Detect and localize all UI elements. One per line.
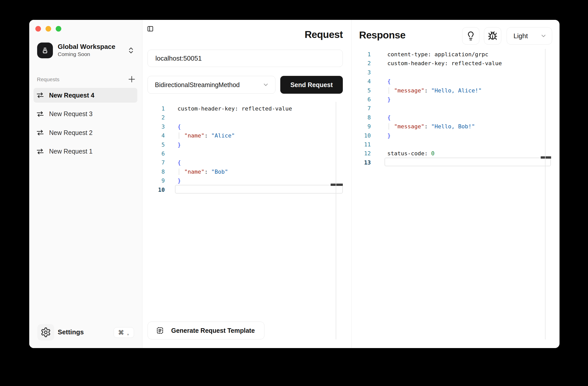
code-line[interactable]: 1custom-header-key: reflected-value xyxy=(148,104,343,113)
code-text: "name": "Alice" xyxy=(178,131,235,140)
send-request-button[interactable]: Send Request xyxy=(280,76,343,94)
hints-button[interactable] xyxy=(462,27,479,45)
request-item-label: New Request 4 xyxy=(49,92,94,99)
settings-shortcut-badge: ⌘ , xyxy=(114,327,134,338)
debug-button[interactable] xyxy=(484,27,501,45)
code-text: custom-header-key: reflected-value xyxy=(178,104,292,113)
requests-section-label: Requests xyxy=(37,76,60,82)
code-text: status-code: 0 xyxy=(387,149,434,158)
chevron-down-icon xyxy=(540,33,547,39)
code-text: "message": "Hello, Bob!" xyxy=(387,122,475,131)
code-line[interactable]: 10} xyxy=(354,131,554,140)
line-number: 1 xyxy=(354,50,371,59)
response-editor-active-line[interactable] xyxy=(385,158,551,166)
request-item-label: New Request 3 xyxy=(49,110,93,118)
code-line[interactable]: 1content-type: application/grpc xyxy=(354,50,554,59)
response-editor-gutter-rule xyxy=(545,49,546,339)
line-number: 13 xyxy=(354,158,371,167)
line-number: 10 xyxy=(148,185,165,194)
code-text: { xyxy=(387,113,391,122)
send-request-label: Send Request xyxy=(290,81,333,89)
code-line[interactable]: 8{ xyxy=(354,113,554,122)
sidebar-item-request-4[interactable]: New Request 4 xyxy=(34,88,137,103)
code-line[interactable]: 5 "message": "Hello, Alice!" xyxy=(354,86,554,95)
request-item-label: New Request 1 xyxy=(49,148,93,155)
request-panel-title: Request xyxy=(241,29,343,40)
response-editor[interactable]: 1content-type: application/grpc2custom-h… xyxy=(354,50,554,167)
code-text: } xyxy=(178,140,181,149)
code-line[interactable]: 7 xyxy=(354,104,554,113)
line-number: 12 xyxy=(354,149,371,158)
workspace-tile xyxy=(37,43,53,58)
bug-icon xyxy=(488,31,497,41)
code-line[interactable]: 6} xyxy=(354,95,554,104)
chevrons-up-down-icon[interactable] xyxy=(127,46,135,54)
sidebar-item-request-2[interactable]: New Request 2 xyxy=(34,125,137,140)
code-line[interactable]: 9 "message": "Hello, Bob!" xyxy=(354,122,554,131)
arrows-right-left-icon xyxy=(36,92,44,98)
code-line[interactable]: 12status-code: 0 xyxy=(354,149,554,158)
code-text: } xyxy=(178,176,181,185)
plus-icon xyxy=(128,75,136,83)
close-window-button[interactable] xyxy=(35,26,41,32)
code-line[interactable]: 6 xyxy=(148,149,343,158)
sidebar-item-request-3[interactable]: New Request 3 xyxy=(34,107,137,121)
code-text: } xyxy=(387,131,391,140)
response-panel-title: Response xyxy=(359,30,405,41)
code-line[interactable]: 9} xyxy=(148,176,343,185)
code-line[interactable]: 8 "name": "Bob" xyxy=(148,167,343,176)
code-line[interactable]: 2 xyxy=(148,113,343,122)
sidebar: Global Workspace Coming Soon Requests Ne… xyxy=(29,20,142,348)
lightbulb-icon xyxy=(466,31,476,41)
zoom-window-button[interactable] xyxy=(56,26,61,32)
line-number: 1 xyxy=(148,104,165,113)
method-dropdown[interactable]: BidirectionalStreamingMethod xyxy=(148,76,275,94)
chevron-down-icon xyxy=(262,81,269,88)
gear-icon xyxy=(40,327,51,338)
code-line[interactable]: 5} xyxy=(148,140,343,149)
line-number: 3 xyxy=(354,68,371,77)
generate-template-button[interactable]: Generate Request Template xyxy=(148,322,264,339)
code-line[interactable]: 3 xyxy=(354,68,554,77)
line-number: 5 xyxy=(148,140,165,149)
request-list: New Request 4 New Request 3 New Request … xyxy=(34,88,137,163)
archive-icon xyxy=(41,46,49,55)
workspace-switcher[interactable]: Global Workspace Coming Soon xyxy=(37,43,138,58)
code-line[interactable]: 11 xyxy=(354,140,554,149)
workspace-title: Global Workspace xyxy=(58,43,115,51)
workspace-subtitle: Coming Soon xyxy=(58,51,90,57)
theme-dropdown-value: Light xyxy=(513,32,528,40)
server-url-input[interactable]: localhost:50051 xyxy=(148,50,343,67)
line-number: 9 xyxy=(354,122,371,131)
line-number: 8 xyxy=(148,167,165,176)
line-number: 8 xyxy=(354,113,371,122)
theme-dropdown[interactable]: Light xyxy=(507,27,552,45)
line-number: 7 xyxy=(354,104,371,113)
code-line[interactable]: 4{ xyxy=(354,77,554,86)
code-line[interactable]: 3{ xyxy=(148,122,343,131)
server-url-value: localhost:50051 xyxy=(155,54,202,62)
code-text: { xyxy=(178,158,181,167)
code-line[interactable]: 4 "name": "Alice" xyxy=(148,131,343,140)
line-number: 3 xyxy=(148,122,165,131)
sidebar-toggle-button[interactable] xyxy=(147,25,154,32)
code-line[interactable]: 2custom-header-key: reflected-value xyxy=(354,59,554,68)
settings-label: Settings xyxy=(58,328,84,336)
generate-template-label: Generate Request Template xyxy=(171,327,255,334)
response-editor-scroll-marker xyxy=(541,156,551,159)
code-line[interactable]: 7{ xyxy=(148,158,343,167)
add-request-button[interactable] xyxy=(127,75,136,84)
request-editor-active-line[interactable] xyxy=(175,185,343,194)
sidebar-item-request-1[interactable]: New Request 1 xyxy=(34,144,137,159)
request-editor-scroll-marker xyxy=(331,184,343,186)
arrows-right-left-icon xyxy=(36,149,44,154)
minimize-window-button[interactable] xyxy=(46,26,51,32)
settings-row[interactable]: Settings ⌘ , xyxy=(37,324,135,340)
line-number: 2 xyxy=(148,113,165,122)
request-editor[interactable]: 1custom-header-key: reflected-value23{4 … xyxy=(148,104,343,194)
panel-left-icon xyxy=(147,25,154,32)
code-text: { xyxy=(178,122,181,131)
line-number: 7 xyxy=(148,158,165,167)
line-number: 5 xyxy=(354,86,371,95)
line-number: 4 xyxy=(148,131,165,140)
